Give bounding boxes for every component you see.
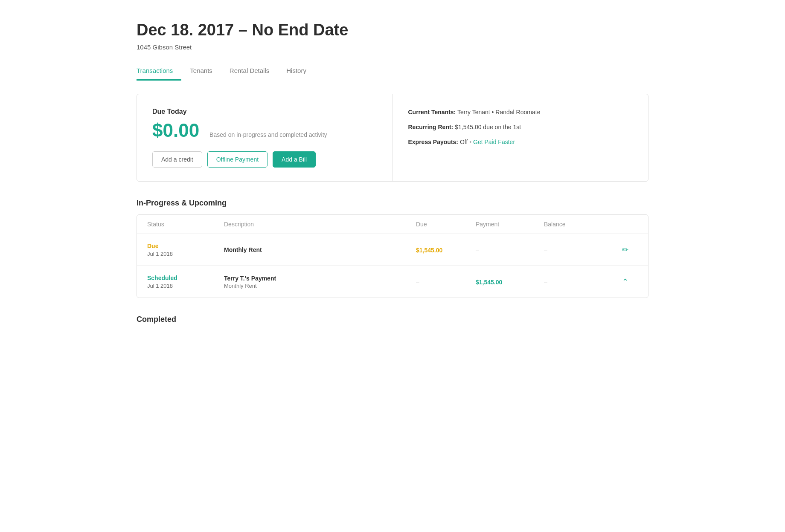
summary-left: Due Today $0.00 Based on in-progress and… bbox=[137, 94, 393, 181]
summary-card: Due Today $0.00 Based on in-progress and… bbox=[137, 94, 648, 182]
table-row: Due Jul 1 2018 Monthly Rent $1,545.00 – … bbox=[137, 234, 648, 266]
due-today-label: Due Today bbox=[152, 108, 377, 116]
tab-rental-details[interactable]: Rental Details bbox=[221, 63, 278, 81]
col-action bbox=[612, 221, 638, 228]
row1-balance: – bbox=[544, 246, 612, 254]
completed-section-title: Completed bbox=[137, 315, 648, 324]
table-header: Status Description Due Payment Balance bbox=[137, 215, 648, 234]
due-note: Based on in-progress and completed activ… bbox=[209, 131, 327, 138]
row2-payment: $1,545.00 bbox=[476, 278, 544, 286]
col-description: Description bbox=[224, 221, 416, 228]
chevron-up-icon[interactable]: ⌃ bbox=[622, 277, 628, 286]
row2-due: – bbox=[416, 278, 476, 286]
tab-transactions[interactable]: Transactions bbox=[137, 63, 181, 81]
recurring-rent-info: Recurring Rent: $1,545.00 due on the 1st bbox=[408, 123, 633, 132]
express-payouts-info: Express Payouts: Off • Get Paid Faster bbox=[408, 138, 633, 147]
row1-due: $1,545.00 bbox=[416, 246, 476, 254]
offline-payment-button[interactable]: Offline Payment bbox=[207, 151, 267, 168]
col-due: Due bbox=[416, 221, 476, 228]
tab-tenants[interactable]: Tenants bbox=[181, 63, 221, 81]
row2-description: Terry T.'s Payment Monthly Rent bbox=[224, 275, 416, 289]
page-title: Dec 18. 2017 – No End Date bbox=[137, 20, 648, 40]
col-balance: Balance bbox=[544, 221, 612, 228]
edit-icon[interactable]: ✏ bbox=[622, 245, 628, 254]
tabs-nav: Transactions Tenants Rental Details Hist… bbox=[137, 63, 648, 81]
row1-status: Due Jul 1 2018 bbox=[147, 243, 224, 257]
current-tenants-info: Current Tenants: Terry Tenant • Randal R… bbox=[408, 108, 633, 117]
in-progress-section-title: In-Progress & Upcoming bbox=[137, 199, 648, 208]
row2-status: Scheduled Jul 1 2018 bbox=[147, 275, 224, 289]
get-paid-faster-link[interactable]: Get Paid Faster bbox=[473, 139, 515, 145]
table-row: Scheduled Jul 1 2018 Terry T.'s Payment … bbox=[137, 266, 648, 298]
row2-balance: – bbox=[544, 278, 612, 286]
in-progress-table: Status Description Due Payment Balance D… bbox=[137, 214, 648, 298]
action-buttons: Add a credit Offline Payment Add a Bill bbox=[152, 151, 377, 168]
page-subtitle: 1045 Gibson Street bbox=[137, 43, 648, 51]
tab-history[interactable]: History bbox=[278, 63, 315, 81]
col-payment: Payment bbox=[476, 221, 544, 228]
due-amount: $0.00 bbox=[152, 120, 199, 141]
row1-description: Monthly Rent bbox=[224, 246, 416, 253]
add-credit-button[interactable]: Add a credit bbox=[152, 151, 202, 168]
row1-action[interactable]: ✏ bbox=[612, 245, 638, 254]
row2-action[interactable]: ⌃ bbox=[612, 277, 638, 286]
row1-payment: – bbox=[476, 246, 544, 254]
summary-right: Current Tenants: Terry Tenant • Randal R… bbox=[393, 94, 648, 181]
col-status: Status bbox=[147, 221, 224, 228]
add-bill-button[interactable]: Add a Bill bbox=[273, 151, 316, 168]
